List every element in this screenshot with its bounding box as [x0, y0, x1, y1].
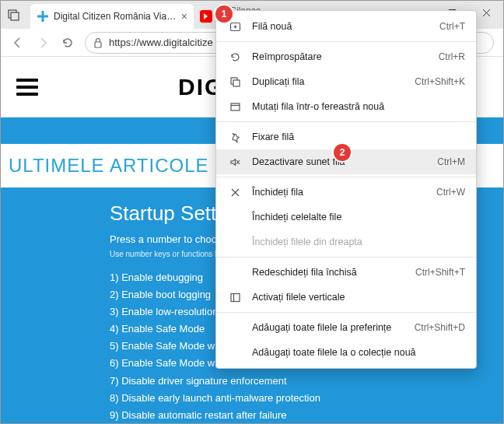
svg-rect-3	[37, 16, 48, 18]
refresh-button[interactable]	[55, 30, 80, 55]
menu-reopen[interactable]: Redeschideți fila închisăCtrl+Shift+T	[216, 260, 476, 285]
svg-rect-23	[231, 293, 240, 301]
hamburger-icon[interactable]	[16, 79, 38, 96]
tab-1[interactable]: Digital Citizen România Viața în ×	[30, 4, 194, 29]
menu-vertical-tabs[interactable]: Activați filele verticale	[216, 285, 476, 310]
reload-icon	[227, 51, 243, 63]
menu-close-right: Închideți filele din dreapta	[216, 230, 476, 254]
svg-rect-17	[231, 103, 240, 110]
menu-new-tab[interactable]: Filă nouăCtrl+T	[216, 14, 476, 39]
favicon-cross-icon	[37, 10, 49, 23]
pin-icon	[227, 131, 243, 143]
menu-close-tab[interactable]: Închideți filaCtrl+W	[216, 180, 476, 205]
menu-close-others[interactable]: Închideți celelalte file	[216, 205, 476, 230]
menu-fav-all[interactable]: Adăugați toate filele la preferințeCtrl+…	[216, 315, 476, 340]
window-icon	[227, 101, 243, 113]
tab-close-icon[interactable]: ×	[181, 10, 187, 23]
forward-button	[30, 30, 55, 55]
svg-rect-16	[233, 80, 240, 86]
list-item: 8) Disable early launch anti-malware pro…	[110, 390, 503, 407]
youtube-icon	[200, 10, 212, 23]
menu-duplicate[interactable]: Duplicați filaCtrl+Shift+K	[216, 69, 476, 94]
menu-move-window[interactable]: Mutați fila într-o fereastră nouă	[216, 94, 476, 119]
close-icon	[227, 187, 243, 198]
callout-2: 2	[334, 144, 351, 161]
list-item: 9) Disable automatic restart after failu…	[110, 407, 503, 423]
vertical-tabs-icon	[227, 292, 243, 303]
new-tab-icon	[227, 21, 243, 33]
svg-rect-1	[11, 12, 19, 20]
callout-1: 1	[215, 5, 233, 23]
mute-icon	[227, 156, 243, 168]
tab-title: Digital Citizen România Viața în	[54, 11, 177, 22]
lock-icon	[93, 37, 103, 48]
menu-reload[interactable]: ReîmprospătareCtrl+R	[216, 44, 476, 69]
duplicate-icon	[227, 76, 243, 88]
svg-rect-8	[95, 42, 101, 47]
list-item: 7) Disable driver signature enforcement	[110, 373, 503, 390]
menu-collection-all[interactable]: Adăugați toate filele la o colecție nouă	[216, 340, 476, 365]
url-text: https://www.digitalcitize	[109, 37, 213, 48]
tab-actions-icon[interactable]	[1, 1, 27, 29]
back-button[interactable]	[5, 30, 30, 55]
tab-context-menu: Filă nouăCtrl+T ReîmprospătareCtrl+R Dup…	[215, 10, 477, 369]
